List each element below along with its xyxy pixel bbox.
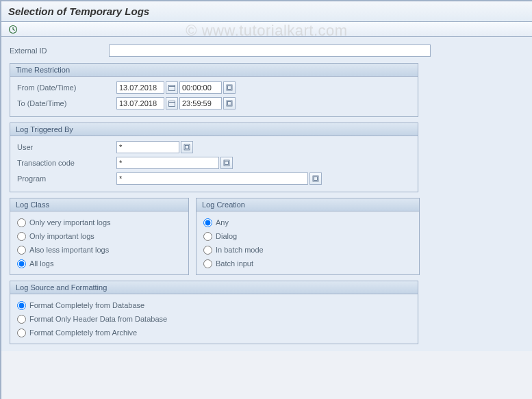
log-creation-label-0: Any: [216, 218, 229, 227]
log-creation-option-3[interactable]: Batch input: [203, 257, 412, 270]
from-date-input[interactable]: [116, 81, 164, 94]
log-source-radio-2[interactable]: [17, 329, 26, 337]
toolbar: [1, 22, 532, 37]
to-time-input[interactable]: [179, 97, 222, 110]
calendar-icon: [168, 100, 175, 107]
calendar-icon: [168, 84, 175, 91]
log-creation-option-0[interactable]: Any: [203, 216, 412, 229]
log-class-group: Log Class Only very important logs Only …: [10, 198, 189, 275]
valuehelp-icon: [226, 84, 233, 91]
external-id-row: External ID: [10, 44, 524, 57]
user-label: User: [17, 143, 116, 151]
log-source-option-0[interactable]: Format Completely from Database: [17, 298, 411, 312]
log-creation-radio-3[interactable]: [203, 259, 212, 268]
svg-rect-14: [225, 162, 229, 165]
log-class-option-2[interactable]: Also less important logs: [17, 243, 181, 257]
log-creation-label-3: Batch input: [216, 259, 253, 268]
svg-rect-3: [169, 86, 175, 91]
valuehelp-icon: [312, 175, 319, 182]
log-source-label-0: Format Completely from Database: [29, 301, 144, 309]
user-input[interactable]: [116, 141, 179, 153]
log-creation-option-2[interactable]: In batch mode: [203, 243, 412, 257]
time-restriction-title: Time Restriction: [10, 64, 418, 77]
log-creation-radio-0[interactable]: [203, 218, 212, 227]
log-class-label-1: Only important logs: [29, 232, 94, 240]
log-creation-label-2: In batch mode: [216, 246, 264, 254]
log-creation-radio-2[interactable]: [203, 246, 212, 255]
valuehelp-icon: [183, 144, 190, 151]
clock-execute-icon: [8, 25, 18, 34]
to-label: To (Date/Time): [17, 99, 116, 107]
log-source-label-2: Format Completely from Archive: [29, 329, 137, 337]
page-title: Selection of Temporary Logs: [1, 1, 532, 22]
log-class-label-0: Only very important logs: [29, 218, 111, 227]
from-time-input[interactable]: [179, 81, 222, 94]
svg-rect-6: [228, 86, 231, 90]
log-source-title: Log Source and Formatting: [10, 281, 418, 294]
log-creation-label-1: Dialog: [216, 232, 237, 240]
tcode-input[interactable]: [116, 157, 219, 169]
log-class-radio-2[interactable]: [17, 246, 26, 255]
two-column-row: Log Class Only very important logs Only …: [10, 198, 524, 275]
svg-rect-16: [314, 177, 318, 181]
to-time-help-button[interactable]: [223, 97, 236, 110]
log-triggered-by-group: Log Triggered By User Transaction code: [10, 123, 418, 192]
log-class-option-1[interactable]: Only important logs: [17, 229, 181, 243]
log-source-group: Log Source and Formatting Format Complet…: [10, 281, 418, 344]
log-triggered-by-title: Log Triggered By: [10, 123, 418, 136]
log-creation-title: Log Creation: [197, 198, 419, 211]
external-id-label: External ID: [10, 47, 109, 55]
log-class-radio-0[interactable]: [17, 218, 26, 227]
svg-rect-7: [169, 101, 175, 107]
program-input[interactable]: [116, 172, 308, 185]
execute-button[interactable]: [7, 23, 19, 36]
program-help-button[interactable]: [309, 172, 322, 185]
log-class-radio-1[interactable]: [17, 232, 26, 241]
tcode-label: Transaction code: [17, 159, 116, 167]
time-restriction-group: Time Restriction From (Date/Time): [10, 63, 418, 117]
log-class-title: Log Class: [10, 198, 188, 211]
log-source-radio-1[interactable]: [17, 315, 26, 324]
valuehelp-icon: [226, 100, 233, 107]
user-help-button[interactable]: [181, 141, 193, 153]
log-class-label-3: All logs: [29, 259, 53, 268]
to-date-input[interactable]: [116, 97, 164, 110]
log-creation-radio-1[interactable]: [203, 232, 212, 241]
log-class-radio-3[interactable]: [17, 259, 26, 268]
from-label: From (Date/Time): [17, 83, 116, 92]
log-source-radio-0[interactable]: [17, 301, 26, 310]
program-label: Program: [17, 175, 116, 183]
form-area: External ID Time Restriction From (Date/…: [1, 37, 532, 351]
to-date-help-button[interactable]: [166, 97, 178, 110]
from-time-help-button[interactable]: [223, 81, 236, 94]
from-date-help-button[interactable]: [166, 81, 178, 94]
log-source-option-2[interactable]: Format Completely from Archive: [17, 326, 411, 339]
log-creation-option-1[interactable]: Dialog: [203, 229, 412, 243]
svg-rect-12: [186, 146, 189, 149]
tcode-help-button[interactable]: [220, 157, 233, 169]
log-source-option-1[interactable]: Format Only Header Data from Database: [17, 312, 411, 326]
svg-rect-10: [228, 102, 231, 105]
log-class-label-2: Also less important logs: [29, 246, 109, 254]
valuehelp-icon: [223, 159, 230, 166]
log-creation-group: Log Creation Any Dialog In batch mode Ba…: [196, 198, 420, 275]
log-source-label-1: Format Only Header Data from Database: [29, 315, 167, 323]
log-class-option-0[interactable]: Only very important logs: [17, 216, 181, 229]
svg-line-2: [13, 29, 15, 31]
log-class-option-3[interactable]: All logs: [17, 257, 181, 270]
external-id-input[interactable]: [109, 44, 431, 57]
